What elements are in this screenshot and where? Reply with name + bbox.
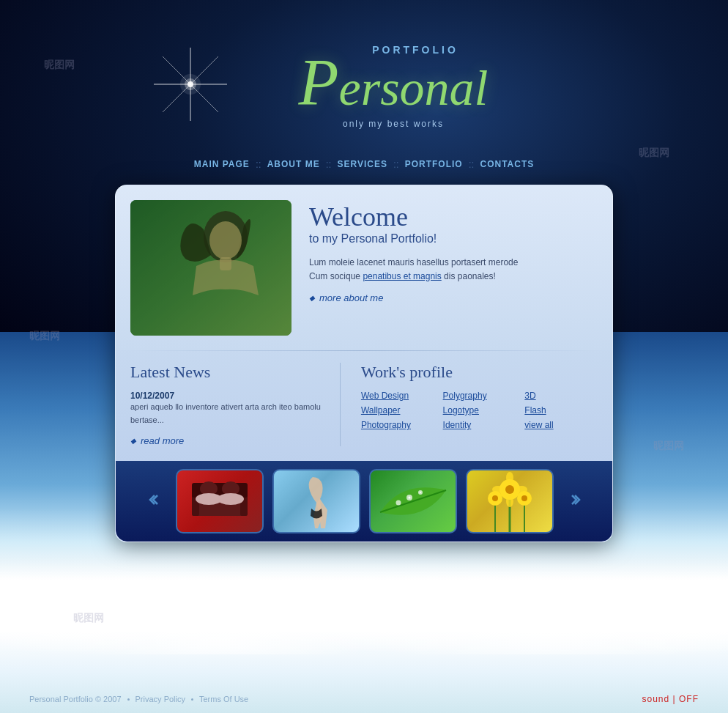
star-decoration (146, 40, 234, 128)
diamond-bullet-1: ◆ (309, 294, 315, 302)
logo-tagline: only my best works (343, 119, 444, 129)
works-link-photography[interactable]: Photography (361, 420, 431, 430)
thumb-item-2[interactable] (272, 469, 360, 533)
footer-terms-link[interactable]: Terms Of Use (199, 695, 248, 703)
svg-point-24 (409, 497, 411, 499)
footer-sound-separator: | (673, 694, 679, 704)
nav-about-me[interactable]: ABOUT ME (267, 159, 320, 169)
footer-copyright: Personal Portfolio © 2007 (29, 695, 122, 703)
welcome-body-line2-prefix: Cum socique (309, 271, 363, 281)
diamond-bullet-2: ◆ (130, 437, 136, 445)
works-link-wallpaper[interactable]: Wallpaper (361, 405, 431, 415)
main-bottom: Latest News 10/12/2007 aperi aqueb llo i… (116, 351, 612, 461)
thumb-item-4[interactable] (466, 469, 554, 533)
flower-art (467, 470, 552, 532)
welcome-subtitle: to my Personal Portfolio! (309, 232, 595, 245)
works-grid: Web Design Polygraphy 3D Wallpaper Logot… (361, 391, 595, 430)
thumb-item-3[interactable] (369, 469, 457, 533)
welcome-link[interactable]: penatibus et magnis (363, 271, 441, 281)
footer-sound-state[interactable]: OFF (679, 694, 699, 704)
footer-dot-2 (191, 698, 193, 701)
header: PORTFOLIO Personal only my best works (0, 0, 728, 129)
works-link-identity[interactable]: Identity (443, 420, 513, 430)
nav-services[interactable]: SERVICES (337, 159, 387, 169)
footer-sound-label: sound (642, 694, 670, 704)
page-wrapper: PORTFOLIO Personal only my best works MA… (0, 0, 728, 713)
welcome-body: Lum moleie lacenet mauris hasellus porta… (309, 256, 595, 284)
main-top: Welcome to my Personal Portfolio! Lum mo… (116, 185, 612, 350)
svg-rect-11 (130, 200, 291, 336)
logo-personal-text: Personal (299, 50, 489, 116)
footer: Personal Portfolio © 2007 Privacy Policy… (0, 685, 728, 713)
read-more-link[interactable]: ◆ read more (130, 435, 325, 446)
svg-point-19 (218, 493, 244, 505)
thumb-item-1[interactable] (176, 469, 264, 533)
works-section: Work's profile Web Design Polygraphy 3D … (358, 363, 595, 446)
read-more-label: read more (141, 435, 184, 446)
works-link-3d[interactable]: 3D (524, 391, 595, 401)
thumb-prev-button[interactable] (144, 488, 167, 515)
thumb-next-button[interactable] (562, 488, 586, 515)
nav-sep-2: :: (326, 158, 332, 170)
nav-sep-4: :: (469, 158, 475, 170)
footer-left: Personal Portfolio © 2007 Privacy Policy… (29, 695, 248, 703)
welcome-body-line1: Lum moleie lacenet mauris hasellus porta… (309, 257, 518, 267)
nav-portfolio[interactable]: PORTFOLIO (405, 159, 463, 169)
logo-area: PORTFOLIO Personal only my best works (299, 44, 489, 129)
profile-image (130, 200, 291, 336)
works-link-polygraphy[interactable]: Polygraphy (443, 391, 513, 401)
news-date: 10/12/2007 (130, 391, 325, 401)
main-panel: Welcome to my Personal Portfolio! Lum mo… (115, 185, 613, 542)
svg-point-25 (420, 492, 421, 493)
footer-dot-1 (127, 698, 130, 701)
welcome-more-label: more about me (319, 292, 383, 303)
works-link-web-design[interactable]: Web Design (361, 391, 431, 401)
nav-main-page[interactable]: MAIN PAGE (194, 159, 250, 169)
thumb-bar (116, 461, 613, 542)
works-link-flash[interactable]: Flash (524, 405, 595, 415)
news-body: aperi aqueb llo inventore ativert arta a… (130, 401, 325, 426)
nav-contacts[interactable]: CONTACTS (480, 159, 534, 169)
leaf-art (371, 470, 456, 532)
news-title: Latest News (130, 363, 325, 382)
svg-point-36 (492, 495, 498, 501)
nav: MAIN PAGE :: ABOUT ME :: SERVICES :: POR… (194, 158, 535, 170)
works-title: Work's profile (361, 363, 595, 382)
logo-big-p: P (299, 46, 339, 119)
welcome-body-line2-suffix: dis paonales! (442, 271, 496, 281)
footer-privacy-link[interactable]: Privacy Policy (135, 695, 185, 703)
svg-point-6 (180, 74, 201, 95)
svg-point-30 (505, 485, 514, 494)
bed-art (177, 470, 262, 532)
welcome-title: Welcome (309, 203, 595, 232)
svg-point-23 (396, 500, 401, 506)
svg-point-32 (506, 495, 513, 507)
news-body-text: aperi aqueb llo inventore ativert arta a… (130, 402, 321, 424)
news-section: Latest News 10/12/2007 aperi aqueb llo i… (130, 363, 341, 446)
nav-sep-3: :: (393, 158, 399, 170)
footer-right: sound | OFF (642, 694, 699, 704)
welcome-text: Welcome to my Personal Portfolio! Lum mo… (309, 200, 595, 336)
works-link-logotype[interactable]: Logotype (443, 405, 513, 415)
svg-point-31 (506, 472, 513, 484)
nav-sep-1: :: (256, 158, 261, 170)
svg-point-38 (521, 495, 527, 501)
logo-rest: ersonal (338, 60, 488, 116)
welcome-more-link[interactable]: ◆ more about me (309, 292, 595, 303)
works-link-view-all[interactable]: view all (524, 420, 595, 430)
body-art (274, 470, 359, 532)
